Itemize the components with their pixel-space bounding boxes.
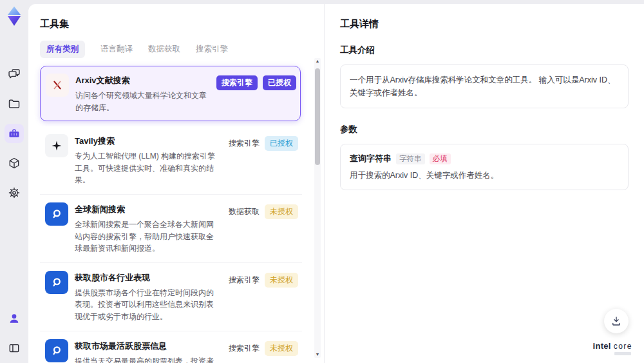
scroll-up-arrow-icon[interactable]: ▲ (314, 58, 321, 64)
status-badge: 已授权 (265, 136, 298, 151)
tool-icon (45, 339, 68, 362)
sidebar-item-files[interactable] (5, 94, 24, 113)
tool-list-item[interactable]: Tavily搜索 专为人工智能代理 (LLM) 构建的搜索引擎工具。可快速提供实… (40, 126, 302, 195)
tool-description: 访问各个研究领域大量科学论文和文章的存储库。 (75, 90, 207, 113)
app-logo-icon (5, 5, 24, 27)
list-scrollbar[interactable]: ▲ ▼ (314, 58, 321, 358)
tool-detail-panel: 工具详情 工具介绍 一个用于从Arxiv存储库搜索科学论文和文章的工具。 输入可… (325, 4, 644, 363)
category-badge: 搜索引擎 (216, 75, 258, 90)
brand-core: core (614, 342, 632, 351)
category-tabs: 所有类别语言翻译数据获取搜索引擎 (40, 41, 311, 58)
tool-description: 提供股票市场各个行业在特定时间段内的表现。投资者可以利用这些信息来识别表现优于或… (75, 287, 220, 323)
news-logo-icon (50, 344, 63, 357)
sidebar-item-packages[interactable] (5, 153, 24, 173)
status-badge: 未授权 (265, 204, 298, 219)
sidebar-item-user[interactable] (5, 309, 24, 328)
category-tab[interactable]: 数据获取 (148, 41, 180, 58)
tool-badges: 搜索引擎 已授权 (229, 134, 298, 186)
category-badge: 数据获取 (229, 204, 260, 219)
tool-icon (45, 134, 68, 157)
tool-body: Arxiv文献搜索 访问各个研究领域大量科学论文和文章的存储库。 (75, 74, 210, 113)
layout-panel-icon (8, 342, 21, 355)
tool-list-item[interactable]: 获取市场最活跃股票信息 提供当天交易量最高的股票列表，投资者可以利用这些信息来识… (40, 331, 302, 363)
tool-name: 全球新闻搜索 (75, 204, 220, 215)
category-tab[interactable]: 所有类别 (40, 41, 85, 58)
param-required-badge: 必填 (430, 153, 451, 164)
tool-list: Arxiv文献搜索 访问各个研究领域大量科学论文和文章的存储库。 搜索引擎 已授… (40, 66, 302, 363)
arxiv-icon (51, 79, 64, 92)
intro-text: 一个用于从Arxiv存储库搜索科学论文和文章的工具。 输入可以是Arxiv ID… (340, 64, 629, 108)
folder-icon (8, 97, 21, 110)
tool-icon (45, 271, 68, 294)
status-badge: 未授权 (265, 341, 298, 356)
tool-list-item[interactable]: 全球新闻搜索 全球新闻搜索是一个聚合全球各大新闻网站内容的搜索引擎，帮助用户快速… (40, 195, 302, 263)
param-description: 用于搜索的Arxiv ID、关键字或作者姓名。 (350, 170, 619, 181)
category-badge: 搜索引擎 (229, 273, 260, 288)
news-logo-icon (50, 208, 63, 221)
sidebar-item-toolbox[interactable] (5, 124, 24, 143)
tool-description: 专为人工智能代理 (LLM) 构建的搜索引擎工具。可快速提供实时、准确和真实的结… (75, 150, 220, 186)
param-card: 查询字符串 字符串 必填 用于搜索的Arxiv ID、关键字或作者姓名。 (340, 144, 629, 190)
brand-sub-bar (614, 352, 631, 355)
tool-body: Tavily搜索 专为人工智能代理 (LLM) 构建的搜索引擎工具。可快速提供实… (75, 134, 222, 186)
download-icon (611, 315, 622, 327)
tool-name: Tavily搜索 (75, 135, 220, 147)
status-badge: 未授权 (265, 273, 298, 288)
tool-body: 全球新闻搜索 全球新闻搜索是一个聚合全球各大新闻网站内容的搜索引擎，帮助用户快速… (75, 202, 222, 255)
param-type-badge: 字符串 (396, 153, 425, 164)
category-badge: 搜索引擎 (229, 136, 260, 151)
left-rail (0, 0, 28, 363)
scrollbar-thumb[interactable] (315, 68, 320, 165)
sidebar-item-chat[interactable] (5, 64, 24, 84)
param-name: 查询字符串 (350, 153, 392, 164)
tool-badges: 搜索引擎 已授权 (216, 74, 296, 113)
status-badge: 已授权 (263, 75, 296, 90)
tool-name: Arxiv文献搜索 (75, 75, 207, 86)
cube-icon (8, 157, 21, 170)
sidebar-item-layout-toggle[interactable] (5, 338, 24, 358)
toolbox-icon (8, 127, 21, 140)
tool-list-item[interactable]: 获取股市各行业表现 提供股票市场各个行业在特定时间段内的表现。投资者可以利用这些… (40, 263, 302, 331)
main-content: 工具集 所有类别语言翻译数据获取搜索引擎 Arxiv文献搜索 访问各个研 (28, 4, 644, 363)
category-tab[interactable]: 语言翻译 (100, 41, 133, 58)
category-badge: 搜索引擎 (229, 341, 260, 356)
page-title: 工具集 (40, 18, 311, 30)
intel-core-logo: intel core (593, 341, 633, 355)
category-tab[interactable]: 搜索引擎 (196, 41, 228, 58)
tool-list-item[interactable]: Arxiv文献搜索 访问各个研究领域大量科学论文和文章的存储库。 搜索引擎 已授… (40, 66, 301, 121)
tool-description: 提供当天交易量最高的股票列表，投资者可以利用这些信息来识别流动性强的股票和潜在的… (75, 355, 220, 363)
download-button[interactable] (604, 309, 629, 333)
detail-title: 工具详情 (340, 18, 629, 30)
brand-intel: intel (593, 341, 611, 351)
tool-description: 全球新闻搜索是一个聚合全球各大新闻网站内容的搜索引擎，帮助用户快速获取全球最新资… (75, 219, 220, 255)
user-icon (8, 312, 21, 325)
tool-icon (46, 74, 69, 97)
chat-icon (8, 68, 21, 81)
tool-body: 获取股市各行业表现 提供股票市场各个行业在特定时间段内的表现。投资者可以利用这些… (75, 271, 222, 323)
sparkle-icon (50, 139, 63, 152)
tool-name: 获取市场最活跃股票信息 (75, 340, 220, 352)
sidebar-item-settings[interactable] (5, 183, 24, 202)
news-logo-icon (50, 276, 63, 289)
tool-badges: 搜索引擎 未授权 (229, 271, 298, 323)
tool-name: 获取股市各行业表现 (75, 272, 220, 284)
params-heading: 参数 (340, 124, 629, 135)
tool-list-panel: 工具集 所有类别语言翻译数据获取搜索引擎 Arxiv文献搜索 访问各个研 (28, 4, 325, 363)
intro-heading: 工具介绍 (340, 44, 629, 56)
tool-badges: 搜索引擎 未授权 (229, 339, 298, 363)
tool-body: 获取市场最活跃股票信息 提供当天交易量最高的股票列表，投资者可以利用这些信息来识… (75, 339, 222, 363)
gear-icon (8, 186, 21, 199)
tool-icon (45, 202, 68, 226)
scroll-down-arrow-icon[interactable]: ▼ (314, 351, 321, 358)
tool-badges: 数据获取 未授权 (229, 202, 298, 255)
